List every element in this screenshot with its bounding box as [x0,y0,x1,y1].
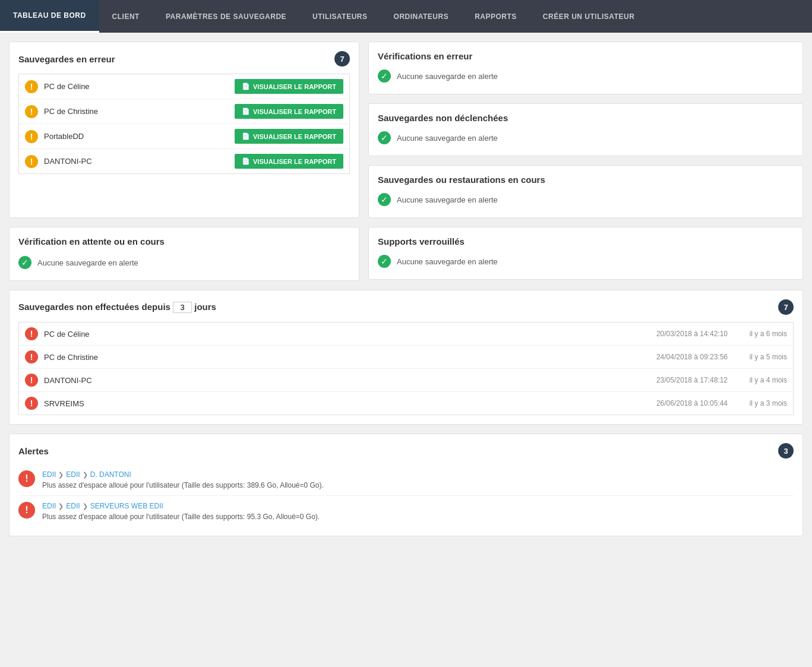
list-item: ! DANTONI-PC 📄 VISUALISER LE RAPPORT [19,149,349,173]
chevron-icon: ❯ [58,502,64,510]
alert-link-1[interactable]: EDII [42,502,56,510]
ok-icon: ✓ [18,256,31,269]
right-panel-mid: Supports verrouillés ✓ Aucune sauvegarde… [368,227,803,281]
nav-creer-utilisateur[interactable]: CRÉER UN UTILISATEUR [530,0,647,33]
row-4: Alertes 3 ! EDII ❯ EDII ❯ D. DANTONI Plu [9,434,803,536]
verification-attente-status: ✓ Aucune sauvegarde en alerte [18,254,350,271]
sauvegardes-non-effectuees-list[interactable]: ! PC de Céline 20/03/2018 à 14:42:10 il … [18,322,794,415]
backup-ago: il y a 6 mois [734,330,787,338]
doc-icon: 📄 [242,132,250,140]
sauvegardes-non-effectuees-card: Sauvegardes non effectuées depuis jours … [9,290,803,425]
nav-parametres[interactable]: PARAMÈTRES DE SAUVEGARDE [153,0,299,33]
alertes-badge: 3 [778,443,794,459]
item-name: PC de Christine [44,107,229,116]
sauvegardes-cours-status: ✓ Aucune sauvegarde en alerte [378,191,794,208]
sauvegardes-cours-text: Aucune sauvegarde en alerte [397,195,498,204]
sauvegardes-cours-title: Sauvegardes ou restaurations en cours [378,175,794,185]
ok-icon: ✓ [378,69,391,83]
error-icon: ! [25,397,38,410]
verifications-erreur-status: ✓ Aucune sauvegarde en alerte [378,67,794,85]
backup-ago: il y a 3 mois [734,399,787,407]
row-2: Vérification en attente ou en cours ✓ Au… [9,227,803,281]
backup-date: 26/06/2018 à 10:05:44 [633,399,728,407]
item-name: PortableDD [44,132,229,141]
alert-path: EDII ❯ EDII ❯ SERVEURS WEB EDII [42,502,794,510]
view-report-button[interactable]: 📄 VISUALISER LE RAPPORT [235,104,343,119]
sauvegardes-non-effectuees-title-prefix: Sauvegardes non effectuées depuis jours [18,302,216,313]
nav-utilisateurs[interactable]: UTILISATEURS [299,0,380,33]
view-report-button[interactable]: 📄 VISUALISER LE RAPPORT [235,129,343,144]
sauvegardes-non-effectuees-header: Sauvegardes non effectuées depuis jours … [18,299,794,315]
nav-ordinateurs[interactable]: ORDINATEURS [381,0,462,33]
alert-item: ! EDII ❯ EDII ❯ D. DANTONI Plus assez d'… [18,464,794,496]
alert-path: EDII ❯ EDII ❯ D. DANTONI [42,470,794,479]
supports-verrouilles-text: Aucune sauvegarde en alerte [397,257,498,266]
nav-client[interactable]: CLIENT [99,0,153,33]
sauvegardes-erreur-title: Sauvegardes en erreur [18,54,115,64]
list-item: ! PC de Céline 📄 VISUALISER LE RAPPORT [19,74,349,99]
alert-content: EDII ❯ EDII ❯ D. DANTONI Plus assez d'es… [42,470,794,489]
alert-link-3[interactable]: SERVEURS WEB EDII [90,502,163,510]
error-icon: ! [25,374,38,387]
view-report-button[interactable]: 📄 VISUALISER LE RAPPORT [235,79,343,94]
supports-verrouilles-card: Supports verrouillés ✓ Aucune sauvegarde… [368,227,803,280]
verification-attente-title: Vérification en attente ou en cours [18,236,165,246]
alertes-title: Alertes [18,446,49,456]
alert-icon: ! [18,502,35,519]
backup-ago: il y a 5 mois [734,353,787,361]
warning-icon: ! [25,105,38,118]
error-icon: ! [25,350,38,363]
sauvegardes-erreur-badge: 7 [334,51,350,67]
verification-attente-text: Aucune sauvegarde en alerte [37,258,138,267]
supports-verrouilles-title: Supports verrouillés [378,236,794,246]
item-name: PC de Céline [44,82,229,91]
sauvegardes-non-declenchees-card: Sauvegardes non déclenchées ✓ Aucune sau… [368,103,803,156]
alert-item: ! EDII ❯ EDII ❯ SERVEURS WEB EDII Plus a… [18,496,794,527]
sauvegardes-non-declenchees-title: Sauvegardes non déclenchées [378,113,794,123]
alert-message: Plus assez d'espace alloué pour l'utilis… [42,481,794,489]
item-name: DANTONI-PC [44,376,627,385]
ok-icon: ✓ [378,131,391,144]
supports-verrouilles-status: ✓ Aucune sauvegarde en alerte [378,252,794,270]
sauvegardes-erreur-list[interactable]: ! PC de Céline 📄 VISUALISER LE RAPPORT !… [18,74,350,174]
alertes-header: Alertes 3 [18,443,794,459]
alert-link-2[interactable]: EDII [66,470,80,479]
sauvegardes-erreur-header: Sauvegardes en erreur 7 [18,51,350,67]
alert-message: Plus assez d'espace alloué pour l'utilis… [42,513,794,521]
alert-link-3[interactable]: D. DANTONI [90,470,131,479]
alert-icon: ! [18,470,35,487]
item-name: DANTONI-PC [44,157,229,166]
nav-rapports[interactable]: RAPPORTS [462,0,530,33]
list-item: ! SRVREIMS 26/06/2018 à 10:05:44 il y a … [19,392,793,415]
warning-icon: ! [25,155,38,168]
item-name: PC de Christine [44,353,627,362]
sauvegardes-non-declenchees-text: Aucune sauvegarde en alerte [397,134,498,143]
backup-date: 20/03/2018 à 14:42:10 [633,330,728,338]
doc-icon: 📄 [242,157,250,165]
chevron-icon: ❯ [58,471,64,479]
jours-input[interactable] [173,302,192,313]
alertes-list[interactable]: ! EDII ❯ EDII ❯ D. DANTONI Plus assez d'… [18,464,794,527]
error-icon: ! [25,327,38,340]
list-item: ! PC de Céline 20/03/2018 à 14:42:10 il … [19,323,793,346]
item-name: SRVREIMS [44,399,627,408]
verification-attente-card: Vérification en attente ou en cours ✓ Au… [9,227,359,281]
list-item: ! PC de Christine 24/04/2018 à 09:23:56 … [19,346,793,369]
row-1: Sauvegardes en erreur 7 ! PC de Céline 📄… [9,42,803,218]
alert-link-1[interactable]: EDII [42,470,56,479]
alert-link-2[interactable]: EDII [66,502,80,510]
sauvegardes-erreur-card: Sauvegardes en erreur 7 ! PC de Céline 📄… [9,42,359,218]
backup-date: 24/04/2018 à 09:23:56 [633,353,728,361]
backup-ago: il y a 4 mois [734,376,787,384]
main-content: Sauvegardes en erreur 7 ! PC de Céline 📄… [0,33,812,545]
verifications-erreur-title: Vérifications en erreur [378,51,794,61]
ok-icon: ✓ [378,193,391,206]
list-item: ! PC de Christine 📄 VISUALISER LE RAPPOR… [19,99,349,124]
verifications-erreur-card: Vérifications en erreur ✓ Aucune sauvega… [368,42,803,94]
verifications-erreur-text: Aucune sauvegarde en alerte [397,72,498,81]
view-report-button[interactable]: 📄 VISUALISER LE RAPPORT [235,154,343,169]
sauvegardes-non-declenchees-status: ✓ Aucune sauvegarde en alerte [378,129,794,147]
ok-icon: ✓ [378,255,391,268]
nav-tableau-de-bord[interactable]: TABLEAU DE BORD [0,0,99,33]
backup-date: 23/05/2018 à 17:48:12 [633,376,728,384]
